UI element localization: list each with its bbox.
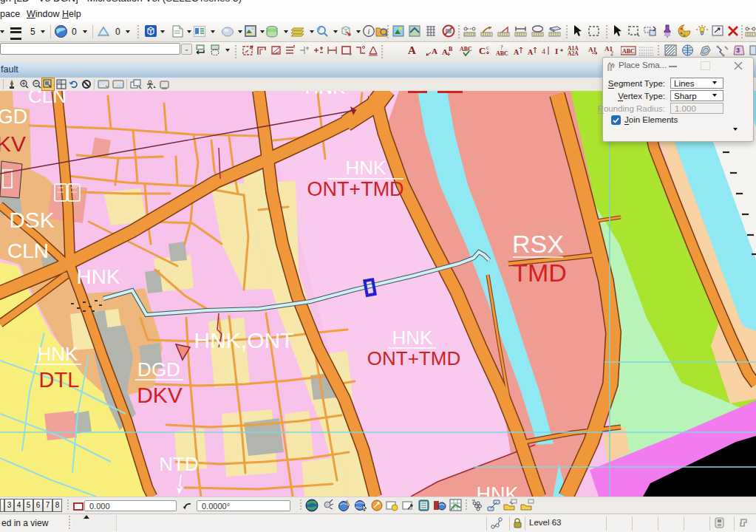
svg-text:A2A: A2A bbox=[568, 50, 579, 57]
svg-text:C: C bbox=[479, 45, 486, 56]
svg-text:B: B bbox=[449, 46, 453, 52]
svg-text:NTD: NTD bbox=[159, 453, 198, 475]
svg-text:A: A bbox=[528, 48, 534, 56]
svg-text:HNK: HNK bbox=[476, 483, 518, 497]
svg-text:HNK: HNK bbox=[392, 327, 434, 349]
svg-text:DKV: DKV bbox=[137, 383, 183, 407]
svg-text:?: ? bbox=[500, 44, 503, 51]
svg-text:HNK,ONT: HNK,ONT bbox=[194, 328, 294, 352]
svg-text:C: C bbox=[486, 45, 490, 51]
svg-text:HNK: HNK bbox=[76, 265, 120, 288]
svg-text:ONT+TMD: ONT+TMD bbox=[367, 347, 460, 369]
svg-text:RSX: RSX bbox=[512, 230, 564, 258]
svg-text:ABC: ABC bbox=[496, 50, 508, 57]
svg-text:ABC: ABC bbox=[622, 48, 635, 55]
svg-text:KV: KV bbox=[0, 132, 26, 156]
svg-text:I: I bbox=[555, 47, 558, 55]
svg-text:A: A bbox=[432, 47, 437, 55]
svg-text:i: i bbox=[367, 27, 370, 35]
svg-text:TMD: TMD bbox=[512, 259, 567, 287]
svg-text:DGD: DGD bbox=[137, 358, 180, 381]
svg-text:3: 3 bbox=[736, 47, 740, 54]
svg-text:A: A bbox=[442, 47, 448, 56]
svg-text:DSK: DSK bbox=[9, 208, 55, 232]
svg-text:2: 2 bbox=[610, 50, 613, 57]
svg-text:HNK: HNK bbox=[305, 91, 347, 98]
svg-text:A: A bbox=[514, 48, 520, 56]
svg-text:DTL: DTL bbox=[39, 368, 80, 392]
svg-text:CLN: CLN bbox=[7, 239, 49, 262]
svg-text:HNK: HNK bbox=[346, 157, 387, 179]
svg-text:ABC: ABC bbox=[460, 46, 472, 52]
svg-text:4: 4 bbox=[542, 47, 545, 55]
svg-text:CLN: CLN bbox=[28, 91, 67, 107]
svg-text:GD: GD bbox=[0, 106, 27, 128]
svg-text:A1: A1 bbox=[588, 46, 596, 53]
svg-text:ONT+TMD: ONT+TMD bbox=[307, 178, 403, 200]
svg-text:HNK: HNK bbox=[38, 343, 79, 365]
